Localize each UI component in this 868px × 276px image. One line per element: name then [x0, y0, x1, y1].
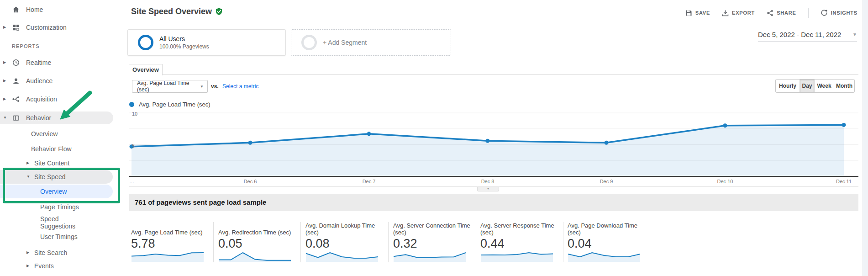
metric-card-redirection: Avg. Redirection Time (sec) 0.05: [218, 222, 295, 262]
metric-value: 0.05: [218, 237, 242, 251]
segment-name: All Users: [159, 35, 209, 42]
clock-icon: [12, 58, 20, 67]
vs-label: vs.: [211, 83, 219, 90]
add-segment-label: + Add Segment: [323, 39, 367, 46]
customization-icon: [12, 23, 20, 32]
reports-section-label: REPORTS: [12, 43, 40, 49]
chevron-down-icon: ▼: [3, 111, 7, 124]
export-button[interactable]: EXPORT: [722, 10, 755, 16]
svg-text:Dec 11: Dec 11: [836, 179, 852, 184]
insights-button-label: INSIGHTS: [831, 10, 857, 16]
metric-label: Avg. Server Connection Time (sec): [393, 222, 473, 236]
svg-text:Dec 8: Dec 8: [481, 179, 494, 184]
sidebar-item-label: Overview: [40, 185, 67, 198]
share-button-label: SHARE: [777, 10, 796, 16]
save-icon: [685, 10, 692, 16]
sidebar-item-behavior[interactable]: ▼ Behavior: [0, 111, 113, 124]
sidebar-item-site-speed-overview[interactable]: Overview: [0, 185, 113, 198]
svg-text:Dec 6: Dec 6: [244, 179, 257, 184]
sidebar-item-customization[interactable]: ▶ Customization: [0, 23, 113, 32]
chevron-right-icon: ▶: [3, 76, 6, 85]
sidebar-item-events[interactable]: ▶ Events: [0, 261, 113, 271]
legend-dot-icon: [129, 102, 134, 107]
sidebar-item-label: Acquisition: [26, 95, 57, 104]
date-range-selector[interactable]: Dec 5, 2022 - Dec 11, 2022 ▼: [758, 27, 857, 42]
metric-value: 0.08: [305, 237, 330, 251]
sidebar-item-label: Home: [26, 5, 43, 14]
svg-text:Dec 9: Dec 9: [600, 179, 613, 184]
svg-text:…: …: [129, 179, 134, 184]
save-button[interactable]: SAVE: [685, 10, 710, 16]
granularity-week-button[interactable]: Week: [815, 80, 834, 92]
metric-sparkline: [393, 250, 466, 262]
segment-detail: 100.00% Pageviews: [159, 43, 209, 50]
header-divider: [808, 8, 809, 18]
metric-sparkline: [305, 250, 379, 262]
share-button[interactable]: SHARE: [767, 10, 796, 16]
metric-divider: [300, 222, 301, 262]
page-title-text: Site Speed Overview: [131, 7, 212, 16]
sidebar-item-site-content[interactable]: ▶ Site Content: [0, 159, 113, 168]
svg-text:Dec 10: Dec 10: [717, 179, 733, 184]
granularity-hourly-button[interactable]: Hourly: [776, 80, 800, 92]
metric-label: Avg. Domain Lookup Time (sec): [305, 222, 385, 236]
tab-overview[interactable]: Overview: [129, 64, 163, 75]
sidebar-item-label: Site Speed: [34, 170, 66, 184]
granularity-month-button[interactable]: Month: [834, 80, 854, 92]
page-title: Site Speed Overview: [131, 7, 222, 16]
metric-selector-dropdown[interactable]: Avg. Page Load Time (sec) ▼: [132, 80, 208, 93]
metric-label: Avg. Redirection Time (sec): [218, 229, 298, 236]
metric-card-server-response: Avg. Server Response Time (sec) 0.44: [480, 222, 557, 262]
sidebar-item-label: Behavior: [26, 111, 51, 124]
segment-circle-icon: [301, 35, 317, 50]
sidebar-item-user-timings[interactable]: User Timings: [0, 232, 113, 241]
sidebar-item-label: Events: [34, 261, 54, 271]
sidebar-item-label: Page Timings: [40, 202, 79, 212]
vertical-scrollbar[interactable]: [863, 0, 868, 276]
sample-bar: 761 of pageviews sent page load sample: [129, 194, 858, 211]
sidebar-item-label: Realtime: [26, 58, 51, 67]
sidebar-item-behavior-overview[interactable]: Overview: [0, 129, 113, 138]
insights-button[interactable]: INSIGHTS: [821, 9, 857, 16]
person-icon: [12, 77, 20, 85]
svg-text:5: 5: [132, 143, 135, 149]
add-segment-button[interactable]: + Add Segment: [291, 29, 451, 56]
chevron-down-icon: ▼: [26, 170, 30, 184]
segment-card-all-users[interactable]: All Users 100.00% Pageviews: [127, 29, 286, 56]
sidebar-item-page-timings[interactable]: Page Timings: [0, 202, 113, 212]
share-icon: [767, 10, 773, 16]
metric-divider: [388, 222, 389, 262]
sidebar-item-realtime[interactable]: ▶ Realtime: [0, 58, 113, 67]
sidebar-item-label: User Timings: [40, 232, 78, 241]
sidebar-item-site-search[interactable]: ▶ Site Search: [0, 248, 113, 257]
header-actions: SAVE EXPORT SHARE INSIGHTS: [685, 8, 857, 18]
chevron-right-icon: ▶: [26, 261, 29, 271]
svg-text:Dec 7: Dec 7: [363, 179, 376, 184]
sidebar-item-site-speed[interactable]: ▼ Site Speed: [0, 170, 113, 184]
metric-label: Avg. Page Load Time (sec): [131, 229, 211, 236]
sidebar-item-speed-suggestions[interactable]: Speed Suggestions: [0, 215, 113, 230]
chevron-right-icon: ▶: [3, 95, 6, 104]
metric-card-domain-lookup: Avg. Domain Lookup Time (sec) 0.08: [305, 222, 382, 262]
chevron-right-icon: ▶: [3, 58, 6, 67]
granularity-day-button[interactable]: Day: [800, 80, 815, 92]
sidebar-item-label: Customization: [26, 23, 67, 32]
export-button-label: EXPORT: [732, 10, 755, 16]
sidebar-item-label: Speed Suggestions: [40, 215, 86, 230]
annotations-pull-tab[interactable]: ▼: [477, 187, 499, 191]
metric-value: 0.44: [480, 237, 505, 251]
sidebar-item-label: Site Content: [34, 159, 69, 168]
sidebar-item-home[interactable]: Home: [0, 5, 113, 14]
select-a-metric-link[interactable]: Select a metric: [222, 83, 258, 90]
metric-sparkline: [480, 250, 553, 262]
download-icon: [722, 10, 729, 16]
sidebar-item-audience[interactable]: ▶ Audience: [0, 76, 113, 85]
sidebar-item-acquisition[interactable]: ▶ Acquisition: [0, 95, 113, 104]
metric-sparkline: [568, 250, 641, 262]
sidebar-item-behavior-flow[interactable]: Behavior Flow: [0, 144, 113, 154]
svg-text:10: 10: [132, 111, 137, 117]
chevron-right-icon: ▶: [26, 248, 29, 257]
metric-selector-value: Avg. Page Load Time (sec): [137, 80, 200, 93]
main-chart: 510…Dec 6Dec 7Dec 8Dec 9Dec 10Dec 11: [129, 109, 858, 191]
sidebar-item-label: Site Search: [34, 248, 67, 257]
